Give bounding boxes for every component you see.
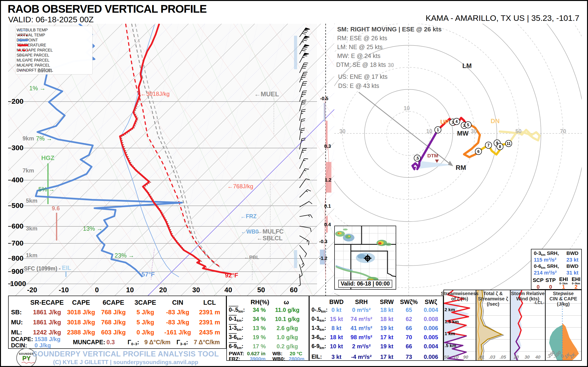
legend-item: VIRTUAL TEMP (17, 33, 91, 38)
kin-row-label: 3-6km: (311, 334, 326, 341)
storm-motion-sm: SM: RIGHT MOVING | ESE @ 26 kts (337, 26, 442, 33)
frz-value: 3900m (250, 356, 266, 362)
up-vector-label: UP (440, 118, 449, 126)
pressure-tick-label: 400 (11, 176, 24, 184)
temp-tick-label: 0 (95, 286, 99, 294)
temp-tick-label: 40 (225, 286, 232, 294)
cin-mu: -83 J/kg (166, 319, 190, 326)
temp-tick-label: 20 (159, 286, 167, 294)
hodo-marker: 1 (434, 126, 441, 133)
rh-row-label: 3-6km: (229, 334, 243, 341)
pwat-value: 0.627 in (247, 351, 266, 357)
cape3-mu: 5 J/kg (137, 319, 154, 326)
swz-pct-header: SWζ% (400, 299, 418, 305)
height-label: 5km (26, 197, 37, 204)
dcin-value: 0 J/kg (35, 342, 51, 349)
bwd-0-6-value: 31 kt (566, 270, 579, 276)
hgz-label: HGZ (41, 154, 54, 162)
cape-768-annotation: ←768J/kg (227, 183, 253, 190)
height-label: 13km (37, 67, 52, 74)
lcl-mu: 2391 m (199, 319, 220, 326)
dn-vector-label: DN (491, 117, 500, 125)
kin-value: 0 m²/s² (352, 307, 371, 313)
kin-value: 0.006 (424, 325, 438, 332)
storm-motion-mw: MW: E @ 24 kts (337, 52, 380, 59)
kin-row-label: 0-1km: (311, 316, 326, 322)
eil-layer-bar (294, 250, 297, 268)
frz-annotation: ←FRZ (240, 213, 257, 220)
ring-label: 70 (560, 128, 566, 135)
col-header: CAPE (72, 299, 90, 306)
mw-vector-label: MW (457, 130, 468, 137)
stp-value: 0 (549, 284, 552, 290)
kin-value: 66 (406, 325, 412, 332)
kin-value: 15 kt (330, 316, 343, 322)
kin-value: 70 (406, 334, 412, 341)
cape3-sb: 5 J/kg (137, 309, 154, 316)
kin-row-label: 1-3km: (311, 325, 326, 332)
mixing-ratio-value: 10.1 g/kg (275, 316, 300, 322)
panel2-title: Streamwise ζ (478, 296, 508, 302)
hodo-marker: 8 (497, 143, 504, 150)
temp-tick-label: 50 (257, 286, 265, 294)
kin-value: 19 kt (380, 343, 394, 350)
sblcl-annotation: ←SBLCL (257, 235, 283, 242)
rh-value: 34 % (253, 316, 266, 322)
kin-value: 74 m²/s² (351, 316, 372, 322)
storm-motion-rm: RM: ESE @ 26 kts (337, 35, 387, 42)
kin-row-label: 0-.5km: (311, 307, 328, 313)
ring-label: 10 (426, 128, 432, 135)
gamma-0-3-label: Γ0–3: (128, 339, 139, 346)
bwd-0-6-label: BWD (566, 263, 579, 269)
height-label: 7km (23, 167, 34, 174)
wb0-value: 2800m (289, 356, 304, 362)
omega-header: ω (284, 299, 289, 306)
temp-tick-label: 10 (126, 286, 134, 294)
lcl-marker-label: -LCL- (534, 300, 544, 305)
cape6-sb: 768 J/kg (101, 309, 126, 316)
srh-0-6-value: 214 m²/s² (534, 270, 557, 276)
rh-value: 17 % (253, 343, 266, 350)
panel1-ylabel: 1 km (445, 331, 455, 336)
srh-0-3-label: 0-3km SRH, (534, 250, 559, 257)
rm-vector-label: RM (456, 164, 466, 172)
rh-value: 19 % (253, 334, 266, 341)
panel1-title: Streamwiseness (441, 291, 479, 296)
kin-value: 19 kt (380, 325, 394, 332)
cape6-ml: 603 J/kg (101, 329, 126, 336)
legend-item: DEWPOINT (17, 38, 91, 43)
skewt-legend: WETBULB TEMP VIRTUAL TEMP DEWPOINT TEMPE… (15, 26, 93, 75)
kin-row-label: EIL: (311, 354, 322, 360)
kin-value: 10 kt (330, 343, 343, 350)
height-label: 3km (26, 225, 37, 232)
panel2-xtick: .05 (500, 355, 506, 360)
kin-value: 41 m²/s² (351, 325, 372, 332)
bwd-header: BWD (329, 299, 344, 305)
storm-motion-lm: LM: NE @ 25 kts (337, 44, 382, 50)
storm-depth-bar (294, 36, 297, 69)
ring-label: 10 (404, 105, 410, 112)
pressure-tick-label: 200 (11, 97, 24, 105)
panel4-title: Stepwise (553, 291, 574, 296)
lm-vector-label: LM (462, 62, 472, 70)
cape-sb: 3018 J/kg (67, 309, 95, 316)
pressure-tick-label: 900 (11, 267, 24, 275)
dcape-value: 1538 J/kg (35, 336, 61, 342)
srh-0-6-label: 0-6km SRH, (534, 263, 559, 269)
height-label: 1km (26, 252, 37, 259)
legend-item: DWNDRFT PARCEL (17, 68, 91, 73)
cape-ml: 2388 J/kg (67, 329, 95, 336)
cape6-mu: 768 J/kg (101, 319, 126, 326)
temp-tick-label: -20 (27, 286, 37, 294)
rh-annotation: 23% → (115, 252, 134, 259)
pressure-tick-label: 300 (11, 144, 24, 152)
eil-label: EIL (62, 265, 71, 271)
surface-dewpoint-label: 57°F (141, 271, 155, 278)
panel3-title: Storm Relative (511, 291, 545, 296)
col-header: LCL (203, 299, 216, 306)
wb-label: WB: (272, 351, 283, 357)
mulfc-annotation: ←MULFC (257, 228, 284, 235)
panel1-xtick: 50 (444, 355, 449, 360)
kin-value: 62 (406, 316, 412, 322)
kin-value: -4 m²/s² (351, 354, 372, 360)
